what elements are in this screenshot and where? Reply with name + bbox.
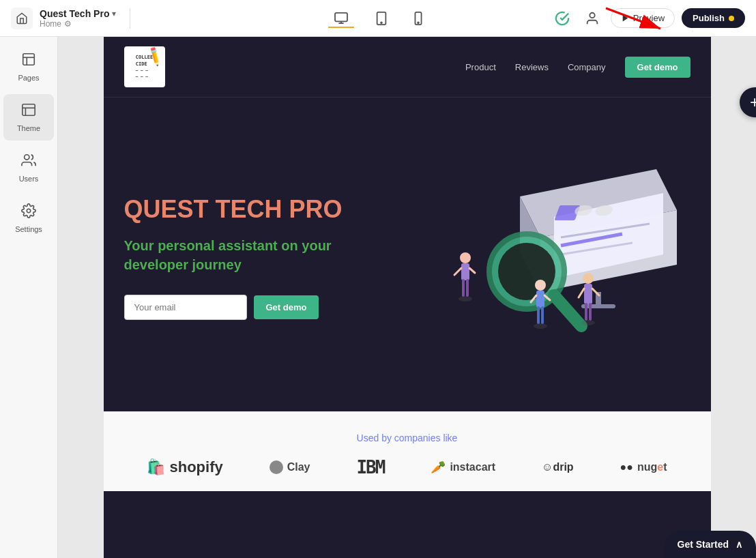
email-input[interactable] (124, 295, 247, 320)
sidebar-item-pages[interactable]: Pages (3, 44, 54, 90)
device-switcher (328, 9, 428, 28)
companies-section: Used by companies like 🛍️ shopify Clay I… (104, 411, 711, 491)
settings-label: Settings (15, 225, 42, 233)
hero-title: QUEST TECH PRO (124, 196, 383, 223)
svg-line-37 (469, 268, 475, 273)
svg-point-6 (381, 22, 382, 23)
sidebar-item-users[interactable]: Users (3, 145, 54, 191)
svg-point-32 (498, 243, 555, 300)
tablet-view-button[interactable] (370, 9, 392, 28)
shopify-logo: 🛍️ shopify (147, 458, 222, 476)
theme-icon (21, 102, 36, 121)
svg-rect-11 (23, 54, 35, 65)
svg-rect-2 (335, 12, 347, 21)
companies-logos: 🛍️ shopify Clay IBM 🥕 instacart (124, 457, 690, 478)
nav-company[interactable]: Company (568, 62, 606, 72)
nav-get-demo-button[interactable]: Get demo (625, 57, 690, 78)
website-logo: COLLEE CIDE — — — — — — ✏️ (124, 46, 165, 87)
nav-product[interactable]: Product (465, 62, 496, 72)
add-section-button[interactable]: + (740, 87, 756, 117)
main-layout: Pages Theme Users (0, 37, 756, 558)
svg-point-34 (460, 252, 471, 263)
svg-point-9 (590, 12, 594, 17)
sidebar: Pages Theme Users (0, 37, 58, 558)
user-icon-button[interactable] (581, 7, 604, 30)
get-started-bar[interactable]: Get Started ∧ (664, 531, 756, 558)
site-name-row[interactable]: Quest Tech Pro ▾ (40, 8, 116, 19)
publish-button[interactable]: Publish (682, 8, 745, 28)
clay-logo: Clay (270, 460, 310, 474)
svg-rect-35 (461, 263, 469, 280)
app-header: Quest Tech Pro ▾ Home ⚙ (0, 0, 756, 37)
hero-cta-button[interactable]: Get demo (254, 295, 319, 319)
site-name: Quest Tech Pro (40, 8, 109, 19)
site-info: Quest Tech Pro ▾ Home ⚙ (40, 8, 130, 29)
header-left: Quest Tech Pro ▾ Home ⚙ (11, 8, 130, 29)
home-label: Home (40, 19, 61, 29)
website-preview: COLLEE CIDE — — — — — — ✏️ Product Revie… (104, 37, 711, 558)
pages-icon (21, 52, 36, 70)
nav-links: Product Reviews Company Get demo (465, 57, 690, 78)
hero-section: QUEST TECH PRO Your personal assistant o… (104, 98, 711, 411)
check-icon-button[interactable] (551, 7, 574, 30)
settings-icon: ⚙ (64, 19, 72, 29)
instacart-logo: 🥕 instacart (431, 460, 495, 475)
nuget-logo: ●● nuget (620, 461, 667, 473)
chevron-down-icon: ▾ (112, 9, 116, 18)
svg-point-40 (459, 296, 472, 302)
get-started-arrow-icon: ∧ (736, 539, 742, 550)
settings-icon (21, 203, 36, 222)
svg-rect-14 (23, 104, 35, 116)
svg-line-33 (554, 295, 581, 326)
plus-icon: + (750, 93, 756, 112)
home-icon[interactable] (11, 8, 33, 29)
publish-label: Publish (693, 13, 725, 23)
website-nav: COLLEE CIDE — — — — — — ✏️ Product Revie… (104, 37, 711, 98)
svg-point-41 (535, 280, 546, 291)
mobile-view-button[interactable] (409, 9, 428, 28)
svg-rect-49 (584, 284, 592, 304)
hero-text: QUEST TECH PRO Your personal assistant o… (124, 196, 383, 321)
svg-point-18 (27, 209, 31, 213)
preview-button[interactable]: Preview (611, 8, 675, 28)
theme-label: Theme (17, 124, 40, 132)
sidebar-item-settings[interactable]: Settings (3, 195, 54, 241)
nav-reviews[interactable]: Reviews (515, 62, 549, 72)
publish-status-dot (729, 16, 734, 21)
users-icon (21, 153, 36, 171)
hero-illustration (431, 142, 690, 374)
hero-subtitle: Your personal assistant on your develope… (124, 236, 383, 274)
users-label: Users (19, 175, 39, 183)
hero-form: Get demo (124, 295, 383, 320)
svg-point-17 (25, 155, 29, 160)
drip-logo: ☺drip (542, 461, 574, 473)
desktop-view-button[interactable] (328, 9, 354, 28)
svg-rect-42 (536, 291, 544, 308)
header-right: Preview Publish (551, 7, 745, 30)
svg-marker-10 (623, 15, 628, 22)
preview-label: Preview (633, 13, 665, 23)
svg-point-8 (418, 22, 419, 23)
svg-line-50 (579, 289, 584, 297)
svg-point-54 (581, 320, 595, 325)
site-subtitle: Home ⚙ (40, 19, 116, 29)
canvas-area: + COLLEE CIDE — — — — — — ✏️ (58, 37, 756, 558)
svg-point-48 (583, 273, 594, 284)
svg-point-47 (534, 323, 547, 329)
pages-label: Pages (18, 74, 39, 82)
companies-title: Used by companies like (124, 432, 690, 443)
ibm-logo: IBM (356, 457, 384, 478)
sidebar-item-theme[interactable]: Theme (3, 94, 54, 141)
svg-line-36 (454, 268, 461, 275)
get-started-label: Get Started (678, 539, 729, 550)
